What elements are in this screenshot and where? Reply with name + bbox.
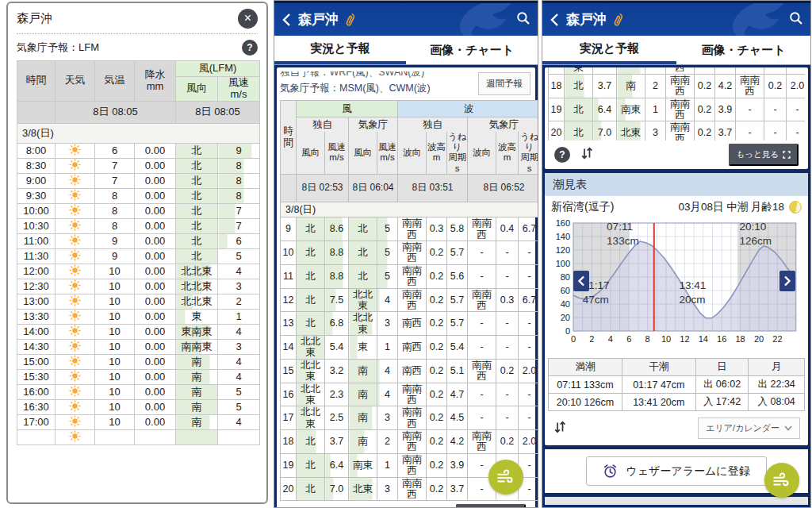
table-cell — [218, 429, 260, 444]
own-wind-dir: 北 — [297, 217, 325, 241]
wind-fab-button[interactable] — [764, 463, 799, 498]
search-icon[interactable] — [515, 10, 531, 29]
weekly-forecast-button[interactable]: 週間予報 — [478, 72, 530, 95]
wind-dir-cell: 北 — [176, 248, 218, 264]
whale-graphic — [714, 1, 787, 36]
tab-current-forecast[interactable]: 実況と予報 — [542, 36, 676, 64]
wave-group-header: 波 — [398, 101, 538, 117]
wave-cell: 南西 — [398, 312, 427, 336]
time-column-header: 時間 — [281, 101, 297, 175]
own-wind-dir: 北 — [297, 264, 325, 288]
tide-next-button[interactable] — [779, 271, 795, 291]
column-header: うねり周期s — [519, 132, 538, 174]
wave-cell: 6.7 — [519, 217, 538, 241]
temp-cell: 10 — [95, 309, 135, 324]
forecast-row: 15:00100.00南4 — [17, 354, 260, 369]
forecast-row: 14北北東5.4東1南西0.25.4--- — [281, 336, 538, 360]
close-icon[interactable]: × — [238, 9, 258, 29]
precip-cell: 0.00 — [135, 143, 176, 158]
wave-cell: - — [496, 241, 519, 265]
help-icon[interactable]: ? — [554, 147, 570, 163]
forecast-row: 16:30100.00南5 — [17, 399, 260, 414]
tide-prev-button[interactable] — [573, 271, 589, 291]
svg-text:40: 40 — [561, 299, 570, 309]
wave-cell: 0.2 — [427, 264, 447, 288]
wind-dir-cell: 北北東 — [176, 279, 218, 294]
wave-cell: 3.7 — [447, 477, 468, 501]
temp-cell: 10 — [95, 339, 135, 354]
time-cell: 16:00 — [17, 384, 56, 399]
expand-icon — [783, 151, 791, 159]
sunny-icon — [69, 234, 81, 246]
weather-cell — [56, 294, 95, 309]
wind-speed-cell: 8 — [218, 188, 260, 203]
weather-cell — [56, 233, 95, 248]
see-more-button[interactable]: もっと見る — [729, 144, 799, 166]
sort-icon[interactable] — [312, 506, 326, 507]
wave-cell: 南南西 — [398, 383, 427, 406]
alarm-clock-icon — [603, 464, 618, 479]
sunny-icon — [69, 219, 81, 231]
jma-wind-speed: 1 — [377, 336, 398, 360]
wind-dir-cell: 北 — [176, 203, 218, 218]
forecast-row: 15:30100.00南4 — [17, 369, 260, 384]
forecast-row: 11:3090.00北5 — [17, 248, 260, 264]
wave-cell: 0.2 — [496, 430, 519, 454]
search-icon[interactable] — [788, 10, 804, 29]
back-icon[interactable] — [274, 13, 298, 27]
own-wind-dir: 北 — [297, 477, 325, 501]
wave-cell: 0.2 — [695, 74, 715, 98]
own-wind-speed: 7.0 — [325, 477, 349, 501]
wind-dir-cell: 東 — [176, 309, 218, 324]
date-label: 3/8(日) — [17, 123, 260, 143]
svg-text:140: 140 — [556, 232, 570, 241]
sunny-icon — [69, 340, 81, 352]
wave-cell: 0.2 — [427, 406, 447, 430]
temp-cell: 7 — [95, 158, 135, 173]
column-header: 気温 — [95, 61, 135, 102]
weather-cell — [56, 429, 95, 444]
wind-dir-cell: 北 — [176, 143, 218, 158]
sort-icon[interactable] — [553, 420, 567, 437]
wave-cell: - — [787, 98, 806, 121]
temp-cell: 9 — [95, 233, 135, 248]
jma-wind-speed: 3 — [377, 406, 398, 430]
wave-cell: 南南西 — [666, 74, 695, 98]
wave-cell: 0.2 — [427, 241, 447, 265]
see-more-button[interactable]: もっと見る — [456, 504, 526, 507]
time-cell: 11:30 — [17, 248, 56, 264]
paperclip-icon — [341, 10, 359, 29]
wind-speed-cell: 4 — [218, 324, 260, 339]
wind-speed-cell: 4 — [218, 264, 260, 279]
sunny-icon — [69, 294, 81, 306]
sunny-icon — [69, 174, 81, 186]
wind-dir-cell: 南 — [176, 354, 218, 369]
paperclip-icon — [609, 10, 627, 29]
help-icon[interactable]: ? — [242, 40, 258, 56]
temp-cell: 10 — [95, 399, 135, 414]
wind-speed-cell: 2 — [218, 294, 260, 309]
column-header: うねり周期s — [447, 132, 468, 174]
temp-cell: 9 — [95, 248, 135, 264]
wave-cell: 南南西 — [666, 98, 695, 121]
precip-cell: 0.00 — [135, 339, 176, 354]
sunny-icon — [69, 430, 81, 442]
forecast-row: 15北北東3.2南4南西0.25.1南南西0.22.0 — [281, 359, 538, 383]
wind-fab-button[interactable] — [488, 460, 523, 495]
sort-icon[interactable] — [580, 146, 594, 164]
tab-images-charts[interactable]: 画像・チャート — [406, 36, 538, 64]
weather-alarm-button[interactable]: ウェザーアラームに登録 — [586, 456, 766, 486]
tab-images-charts[interactable]: 画像・チャート — [676, 36, 810, 64]
back-icon[interactable] — [542, 13, 566, 27]
svg-text:20:10: 20:10 — [739, 221, 766, 233]
time-cell: 13:00 — [17, 294, 56, 309]
area-calendar-button[interactable]: エリア/カレンダー — [698, 418, 800, 439]
forecast-row: 13北6.8北北東3南西0.25.7--- — [281, 312, 538, 336]
wind-dir-cell: 北北東 — [176, 294, 218, 309]
jma-wind-dir: 南 — [349, 383, 377, 406]
updated-time: 8日 02:53 — [297, 174, 349, 202]
tab-current-forecast[interactable]: 実況と予報 — [274, 36, 406, 64]
forecast-row: 10:0080.00北7 — [17, 203, 260, 218]
column-header: 風向 — [176, 77, 218, 102]
wave-cell: - — [468, 406, 496, 430]
